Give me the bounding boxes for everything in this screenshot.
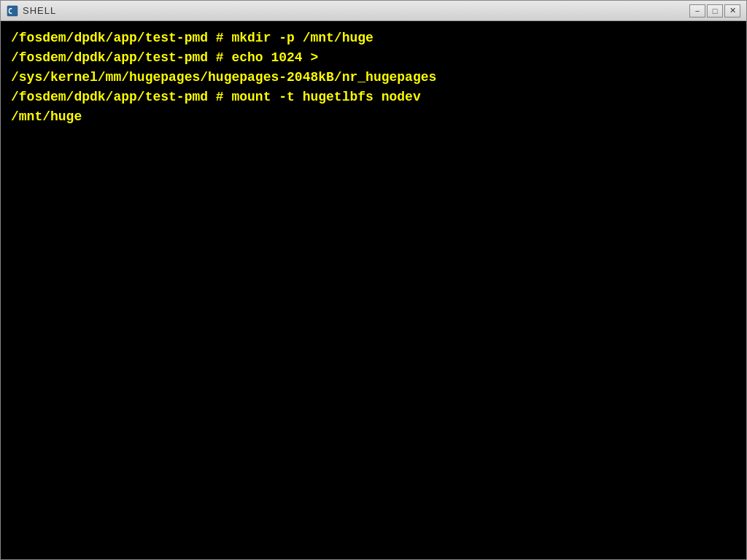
minimize-button[interactable]: − — [689, 4, 705, 18]
terminal-icon: C — [7, 5, 18, 17]
terminal-output: /fosdem/dpdk/app/test-pmd # mkdir -p /mn… — [11, 28, 736, 127]
maximize-button[interactable]: □ — [707, 4, 723, 18]
svg-text:C: C — [8, 7, 12, 15]
title-bar-left: C SHELL — [7, 5, 56, 17]
title-bar-controls: − □ ✕ — [689, 4, 740, 18]
title-bar: C SHELL − □ ✕ — [1, 1, 746, 21]
close-button[interactable]: ✕ — [724, 4, 740, 18]
terminal-body[interactable]: /fosdem/dpdk/app/test-pmd # mkdir -p /mn… — [1, 21, 746, 559]
window-title: SHELL — [23, 5, 56, 16]
shell-window: C SHELL − □ ✕ /fosdem/dpdk/app/test-pmd … — [0, 0, 747, 560]
